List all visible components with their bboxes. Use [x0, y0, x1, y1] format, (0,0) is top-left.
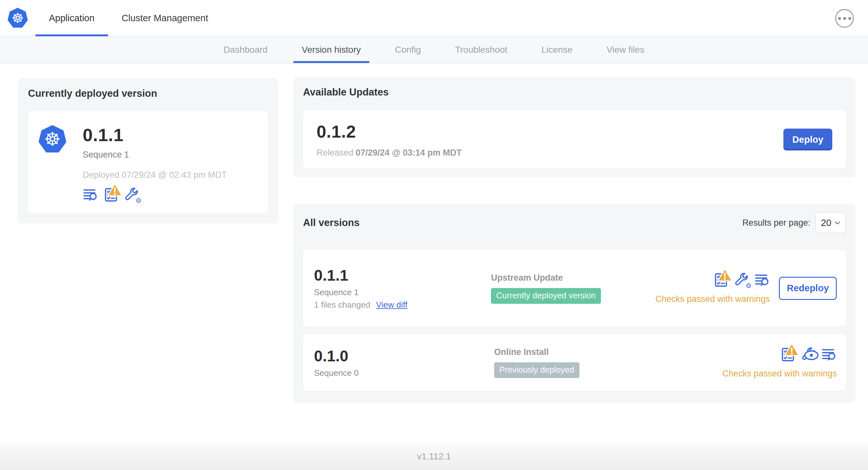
- available-updates-card: Available Updates 0.1.2 Released 07/29/2…: [293, 77, 856, 177]
- current-version-sequence: Sequence 1: [83, 150, 256, 160]
- deploy-button[interactable]: Deploy: [783, 129, 832, 150]
- current-version-deployed-at: Deployed 07/29/24 @ 02:43 pm MDT: [83, 170, 256, 180]
- kubernetes-logo-icon: ☸: [38, 125, 67, 153]
- row-version-number: 0.1.1: [314, 267, 491, 284]
- wrench-gear-icon[interactable]: ⚙: [124, 187, 139, 203]
- tab-application[interactable]: Application: [35, 0, 108, 36]
- deployed-status-badge: Currently deployed version: [491, 288, 601, 304]
- logs-icon[interactable]: [83, 187, 98, 203]
- subnav-tab-troubleshoot[interactable]: Troubleshoot: [442, 36, 520, 63]
- warning-icon: [717, 267, 733, 282]
- version-row-0-1-0: 0.1.0 Sequence 0 Online Install Previous…: [303, 334, 846, 391]
- current-version-number: 0.1.1: [83, 125, 256, 145]
- deployed-status-badge: Previously deployed: [494, 362, 580, 378]
- header-tabs: Application Cluster Management: [35, 0, 222, 36]
- top-header: ☸ Application Cluster Management: [0, 0, 868, 36]
- all-versions-card: All versions Results per page: 20 0.1.1 …: [293, 203, 856, 403]
- results-per-page: Results per page: 20: [742, 212, 846, 233]
- preflight-checks-icon[interactable]: [780, 347, 796, 362]
- redeploy-button[interactable]: Redeploy: [779, 277, 837, 300]
- update-released-at: Released 07/29/24 @ 03:14 pm MDT: [317, 148, 462, 158]
- tab-cluster-management[interactable]: Cluster Management: [108, 0, 222, 36]
- warning-icon: [784, 342, 800, 357]
- all-versions-header: All versions Results per page: 20: [303, 212, 846, 233]
- update-version-number: 0.1.2: [317, 122, 462, 141]
- wrench-eye-icon[interactable]: [801, 347, 816, 362]
- tab-cluster-management-label: Cluster Management: [122, 13, 208, 24]
- logs-icon[interactable]: [822, 347, 837, 362]
- checks-status-text: Checks passed with warnings: [722, 369, 837, 379]
- row-version-number: 0.1.0: [314, 347, 494, 365]
- results-per-page-label: Results per page:: [742, 218, 810, 228]
- subnav-tab-config[interactable]: Config: [382, 36, 434, 63]
- tab-application-label: Application: [49, 13, 95, 24]
- version-source-label: Upstream Update: [491, 273, 655, 283]
- currently-deployed-card: Currently deployed version ☸ 0.1.1 Seque…: [18, 78, 278, 224]
- preflight-checks-icon[interactable]: [713, 272, 729, 288]
- checks-status-text: Checks passed with warnings: [655, 294, 770, 304]
- current-version-panel: ☸ 0.1.1 Sequence 1 Deployed 07/29/24 @ 0…: [28, 111, 268, 214]
- available-update-row: 0.1.2 Released 07/29/24 @ 03:14 pm MDT D…: [303, 110, 846, 169]
- overflow-menu-button[interactable]: [835, 9, 854, 28]
- current-version-actions: ⚙: [83, 187, 256, 203]
- available-updates-title: Available Updates: [303, 87, 846, 98]
- app-subnav: Dashboard Version history Config Trouble…: [0, 36, 868, 63]
- wrench-gear-icon[interactable]: ⚙: [734, 272, 749, 288]
- row-sequence: Sequence 1: [314, 288, 491, 297]
- page-footer: v1.112.1: [0, 443, 868, 470]
- ellipsis-icon: [838, 17, 841, 20]
- console-version: v1.112.1: [417, 451, 451, 462]
- subnav-tab-view-files[interactable]: View files: [594, 36, 657, 63]
- all-versions-title: All versions: [303, 217, 360, 229]
- version-source-label: Online Install: [494, 347, 661, 357]
- chevron-down-icon: [835, 221, 840, 225]
- subnav-tab-license[interactable]: License: [529, 36, 586, 63]
- app-logo: ☸: [0, 0, 35, 36]
- version-rows: 0.1.1 Sequence 1 1 files changed View di…: [303, 250, 846, 391]
- row-sequence: Sequence 0: [314, 368, 494, 378]
- files-changed-label: 1 files changed: [314, 300, 370, 310]
- currently-deployed-title: Currently deployed version: [28, 88, 268, 99]
- subnav-tab-version-history[interactable]: Version history: [289, 36, 374, 63]
- warning-icon: [107, 182, 123, 197]
- logs-icon[interactable]: [754, 272, 770, 288]
- preflight-checks-icon[interactable]: [103, 187, 119, 203]
- results-per-page-select[interactable]: 20: [815, 212, 846, 233]
- kubernetes-logo-icon: ☸: [7, 8, 28, 28]
- view-diff-link[interactable]: View diff: [376, 300, 407, 310]
- subnav-tab-dashboard[interactable]: Dashboard: [211, 36, 281, 63]
- version-row-0-1-1: 0.1.1 Sequence 1 1 files changed View di…: [303, 250, 846, 327]
